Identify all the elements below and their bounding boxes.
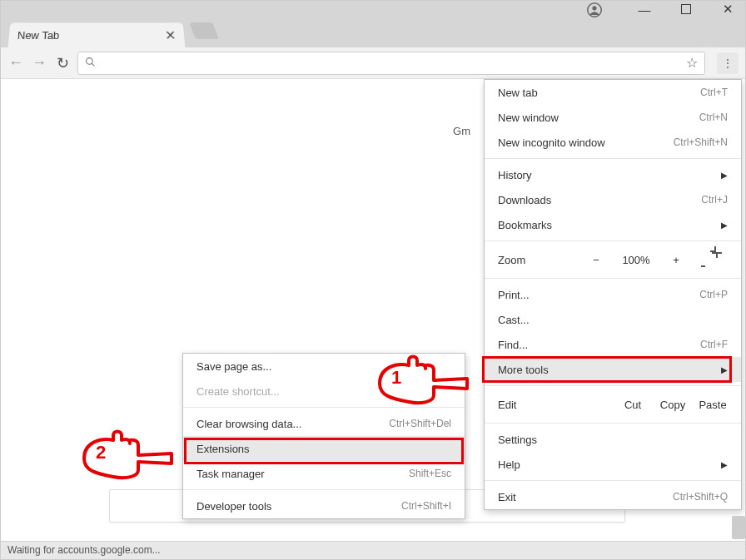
tab-title: New Tab: [17, 29, 59, 42]
address-bar[interactable]: ☆: [77, 52, 705, 75]
menu-item-help[interactable]: Help ▶: [485, 452, 741, 477]
more-tools-submenu: Save page as... Create shortcut... Clear…: [182, 353, 465, 519]
status-text: Waiting for accounts.google.com...: [7, 544, 161, 556]
menu-separator: [485, 480, 741, 481]
tab-close-icon[interactable]: ✕: [164, 27, 176, 43]
menu-item-new-window[interactable]: New window Ctrl+N: [485, 105, 741, 130]
forward-button[interactable]: →: [31, 54, 47, 72]
menu-item-history[interactable]: History ▶: [485, 162, 741, 187]
navigation-toolbar: ← → ↻ ☆ ⋮: [1, 47, 745, 79]
menu-shortcut: Ctrl+N: [699, 112, 728, 123]
menu-item-print[interactable]: Print... Ctrl+P: [485, 282, 741, 307]
new-tab-button[interactable]: [189, 22, 218, 39]
menu-item-bookmarks[interactable]: Bookmarks ▶: [485, 212, 741, 237]
menu-label: Task manager: [196, 468, 265, 480]
reload-button[interactable]: ↻: [54, 54, 71, 72]
window-minimize-button[interactable]: —: [635, 2, 654, 17]
menu-item-settings[interactable]: Settings: [485, 427, 741, 452]
menu-item-find[interactable]: Find... Ctrl+F: [485, 332, 741, 357]
menu-label: Extensions: [196, 443, 250, 455]
chrome-main-menu: New tab Ctrl+T New window Ctrl+N New inc…: [484, 79, 742, 510]
back-button[interactable]: ←: [7, 54, 24, 72]
menu-label: New tab: [498, 87, 538, 99]
menu-separator: [485, 158, 741, 159]
menu-shortcut: Ctrl+Shift+Del: [389, 418, 451, 429]
submenu-arrow-icon: ▶: [721, 365, 728, 374]
menu-label: Downloads: [498, 194, 551, 206]
menu-item-more-tools[interactable]: More tools ▶: [485, 357, 741, 382]
menu-label: Create shortcut...: [196, 385, 280, 398]
menu-separator: [485, 240, 741, 241]
svg-line-3: [92, 63, 94, 66]
menu-shortcut: Ctrl+Shift+I: [401, 500, 451, 512]
submenu-item-create-shortcut: Create shortcut...: [183, 379, 465, 404]
window-maximize-button[interactable]: [677, 2, 695, 17]
menu-label: Print...: [498, 289, 530, 301]
menu-label: Help: [498, 458, 520, 471]
menu-label: Cast...: [498, 314, 530, 326]
menu-label: Developer tools: [196, 500, 271, 513]
menu-separator: [183, 407, 465, 408]
menu-separator: [183, 489, 465, 490]
submenu-item-save-page[interactable]: Save page as...: [183, 354, 465, 379]
menu-separator: [485, 423, 741, 424]
menu-shortcut: Ctrl+P: [699, 289, 728, 300]
menu-label: Save page as...: [196, 360, 271, 373]
menu-label: Bookmarks: [498, 219, 552, 231]
zoom-value: 100%: [621, 254, 651, 266]
menu-label: Exit: [498, 491, 516, 503]
submenu-arrow-icon: ▶: [721, 460, 728, 469]
window-close-button[interactable]: ✕: [719, 2, 737, 17]
menu-label: New window: [498, 112, 559, 124]
search-icon: [85, 57, 96, 70]
menu-item-new-tab[interactable]: New tab Ctrl+T: [485, 80, 741, 105]
menu-label: More tools: [498, 364, 549, 376]
menu-label: Clear browsing data...: [196, 418, 301, 430]
fullscreen-button[interactable]: [701, 252, 731, 267]
menu-shortcut: Ctrl+Shift+N: [674, 136, 728, 148]
tab-strip: New Tab ✕: [1, 17, 745, 47]
menu-label: History: [498, 169, 531, 181]
submenu-item-clear-data[interactable]: Clear browsing data... Ctrl+Shift+Del: [183, 411, 465, 436]
chrome-menu-button[interactable]: ⋮: [717, 52, 739, 74]
submenu-item-task-manager[interactable]: Task manager Shift+Esc: [183, 461, 465, 486]
svg-point-1: [592, 6, 596, 10]
menu-item-edit: Edit Cut Copy Paste: [485, 389, 741, 419]
submenu-arrow-icon: ▶: [721, 171, 728, 180]
browser-tab[interactable]: New Tab ✕: [8, 22, 186, 47]
submenu-item-developer-tools[interactable]: Developer tools Ctrl+Shift+I: [183, 493, 465, 518]
edit-cut-button[interactable]: Cut: [618, 399, 648, 411]
menu-label: Find...: [498, 339, 528, 351]
menu-label: Zoom: [498, 254, 581, 266]
menu-separator: [485, 278, 741, 279]
edit-copy-button[interactable]: Copy: [658, 399, 688, 411]
menu-item-new-incognito[interactable]: New incognito window Ctrl+Shift+N: [485, 130, 741, 155]
svg-point-2: [87, 57, 93, 64]
menu-item-exit[interactable]: Exit Ctrl+Shift+Q: [485, 484, 741, 509]
user-profile-icon[interactable]: [587, 2, 602, 22]
menu-shortcut: Ctrl+Shift+Q: [673, 491, 728, 503]
status-bar: Waiting for accounts.google.com...: [1, 541, 745, 559]
gmail-link[interactable]: Gm: [453, 125, 470, 137]
menu-item-zoom: Zoom − 100% +: [485, 245, 741, 275]
menu-label: New incognito window: [498, 136, 605, 149]
menu-label: Edit: [498, 399, 581, 411]
menu-shortcut: Ctrl+J: [701, 194, 728, 206]
zoom-out-button[interactable]: −: [581, 254, 611, 266]
edit-paste-button[interactable]: Paste: [698, 399, 728, 411]
menu-shortcut: Shift+Esc: [409, 468, 451, 479]
submenu-item-extensions[interactable]: Extensions: [183, 436, 465, 461]
window-titlebar: — ✕: [1, 1, 745, 17]
bookmark-star-icon[interactable]: ☆: [686, 55, 698, 71]
submenu-arrow-icon: ▶: [721, 221, 728, 230]
scrollbar-thumb[interactable]: [732, 516, 745, 539]
menu-label: Settings: [498, 434, 537, 446]
zoom-in-button[interactable]: +: [661, 254, 691, 266]
menu-item-downloads[interactable]: Downloads Ctrl+J: [485, 187, 741, 212]
menu-shortcut: Ctrl+F: [700, 339, 728, 350]
menu-item-cast[interactable]: Cast...: [485, 307, 741, 332]
omnibox-input[interactable]: [101, 57, 686, 70]
menu-separator: [485, 385, 741, 386]
menu-shortcut: Ctrl+T: [700, 87, 728, 98]
